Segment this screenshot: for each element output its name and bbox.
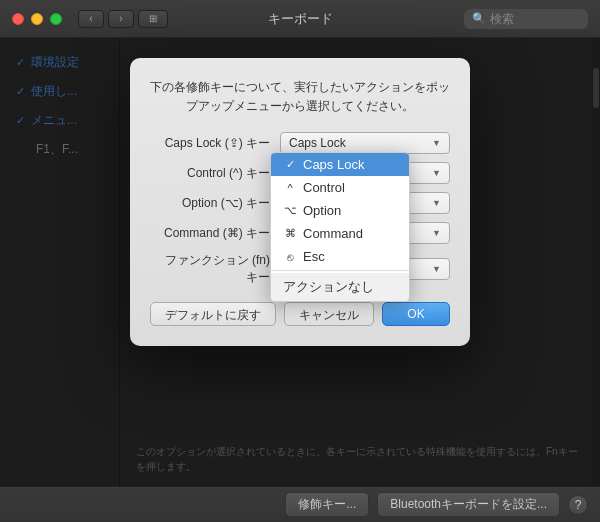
dropdown-action[interactable]: アクションなし — [271, 273, 409, 301]
modal-select-0[interactable]: Caps Lock ▼ — [280, 132, 450, 154]
nav-buttons: ‹ › — [78, 10, 134, 28]
close-button[interactable] — [12, 13, 24, 25]
bottom-bar: 修飾キー... Bluetoothキーボードを設定... ? — [0, 486, 600, 522]
esc-icon: ⎋ — [283, 251, 297, 263]
minimize-button[interactable] — [31, 13, 43, 25]
modal-overlay: 下の各修飾キーについて、実行したいアクションをポップアップメニューから選択してく… — [0, 38, 600, 486]
modal-row-0: Caps Lock (⇪) キー Caps Lock ▼ ✓ Caps Lock… — [150, 132, 450, 154]
maximize-button[interactable] — [50, 13, 62, 25]
main-content: ✓ 環境設定 ✓ 使用し... ✓ メニュ... F1、F... このオプション… — [0, 38, 600, 486]
dropdown-item-1[interactable]: ^ Control — [271, 176, 409, 199]
dropdown-popup: ✓ Caps Lock ^ Control ⌥ Option ⌘ — [270, 152, 410, 302]
dropdown-item-2[interactable]: ⌥ Option — [271, 199, 409, 222]
window-title: キーボード — [268, 10, 333, 28]
dropdown-label-2: Option — [303, 203, 341, 218]
modal-rows: Caps Lock (⇪) キー Caps Lock ▼ ✓ Caps Lock… — [150, 132, 450, 286]
dropdown-label-4: Esc — [303, 249, 325, 264]
traffic-lights — [12, 13, 62, 25]
chevron-down-icon-3: ▼ — [432, 228, 441, 238]
dropdown-item-0[interactable]: ✓ Caps Lock — [271, 153, 409, 176]
dropdown-label-1: Control — [303, 180, 345, 195]
dropdown-divider — [271, 270, 409, 271]
modifier-key-button[interactable]: 修飾キー... — [285, 492, 369, 517]
default-button[interactable]: デフォルトに戻す — [150, 302, 276, 326]
chevron-down-icon-2: ▼ — [432, 198, 441, 208]
option-icon: ⌥ — [283, 204, 297, 217]
control-icon: ^ — [283, 182, 297, 194]
command-icon: ⌘ — [283, 227, 297, 240]
chevron-down-icon-0: ▼ — [432, 138, 441, 148]
chevron-down-icon-4: ▼ — [432, 264, 441, 274]
cancel-button[interactable]: キャンセル — [284, 302, 374, 326]
dropdown-label-0: Caps Lock — [303, 157, 364, 172]
dropdown-item-3[interactable]: ⌘ Command — [271, 222, 409, 245]
search-box[interactable]: 🔍 — [464, 9, 588, 29]
grid-button[interactable]: ⊞ — [138, 10, 168, 28]
chevron-down-icon-1: ▼ — [432, 168, 441, 178]
ok-button[interactable]: OK — [382, 302, 449, 326]
modal-label-4: ファンクション (fn) キー — [150, 252, 270, 286]
search-input[interactable] — [490, 12, 580, 26]
modal-label-2: Option (⌥) キー — [150, 195, 270, 212]
modal-label-0: Caps Lock (⇪) キー — [150, 135, 270, 152]
modal-description: 下の各修飾キーについて、実行したいアクションをポップアップメニューから選択してく… — [150, 78, 450, 116]
help-button[interactable]: ? — [568, 495, 588, 515]
dropdown-item-4[interactable]: ⎋ Esc — [271, 245, 409, 268]
modal-buttons: デフォルトに戻す キャンセル OK — [150, 302, 450, 326]
dropdown-label-3: Command — [303, 226, 363, 241]
title-bar: ‹ › ⊞ キーボード 🔍 — [0, 0, 600, 38]
forward-button[interactable]: › — [108, 10, 134, 28]
modal-dialog: 下の各修飾キーについて、実行したいアクションをポップアップメニューから選択してく… — [130, 58, 470, 346]
modal-label-3: Command (⌘) キー — [150, 225, 270, 242]
modal-label-1: Control (^) キー — [150, 165, 270, 182]
checkmark-icon: ✓ — [283, 158, 297, 171]
search-icon: 🔍 — [472, 12, 486, 25]
back-button[interactable]: ‹ — [78, 10, 104, 28]
bluetooth-keyboard-button[interactable]: Bluetoothキーボードを設定... — [377, 492, 560, 517]
modal-select-0-value: Caps Lock — [289, 136, 346, 150]
